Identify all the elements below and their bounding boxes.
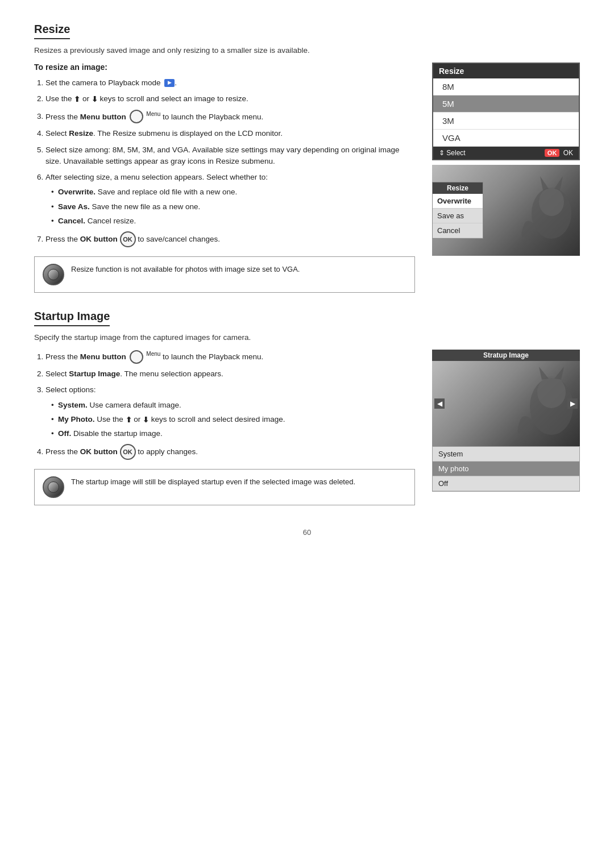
svg-marker-2: [540, 176, 549, 190]
resize-step-4: Select Resize. The Resize submenu is dis…: [45, 128, 415, 139]
resize-step-1: Set the camera to Playback mode .: [45, 77, 415, 89]
startup-image-panel: Stratup Image ◀ ▶ System My: [432, 350, 580, 492]
resize-bold-label: Resize: [69, 129, 93, 138]
startup-ok-button-label: OK button: [80, 447, 118, 456]
startup-content: Press the Menu button Menu to launch the…: [34, 350, 580, 505]
resize-bullet-overwrite: Overwrite. Save and replace old file wit…: [51, 186, 415, 198]
startup-note-text: The startup image will still be displaye…: [71, 476, 355, 488]
resize-menu-footer: ⇕ Select OK OK: [433, 147, 579, 159]
startup-steps-list: Press the Menu button Menu to launch the…: [34, 350, 415, 460]
startup-step-2: Select Startup Image. The menu selection…: [45, 368, 415, 380]
startup-bullets: System. Use camera default image. My Pho…: [45, 400, 415, 440]
startup-instructions: Press the Menu button Menu to launch the…: [34, 350, 415, 505]
resize-overlay-cancel: Cancel: [433, 223, 483, 238]
resize-overlay-saveas: Save as: [433, 209, 483, 223]
startup-nav-arrows: ◀ ▶: [432, 398, 580, 409]
menu-button-label: Menu button: [80, 112, 126, 121]
note-lens-icon: [43, 264, 64, 285]
resize-menu-item-5m: 5M: [433, 95, 579, 113]
scroll-down-icon: ⬇: [92, 94, 98, 105]
startup-image-title: Startup Image: [34, 310, 110, 326]
startup-scroll-down-icon: ⬇: [143, 414, 149, 426]
resize-section: Resize Resizes a previously saved image …: [34, 23, 580, 293]
resize-menu-select-label: ⇕ Select: [439, 149, 466, 157]
startup-note-lens-icon: [43, 476, 64, 498]
resize-content: To resize an image: Set the camera to Pl…: [34, 63, 580, 293]
note-lens-inner: [48, 269, 59, 280]
startup-menu-myphoto: My photo: [433, 462, 579, 476]
resize-step-3: Press the Menu button Menu to launch the…: [45, 110, 415, 124]
startup-next-arrow[interactable]: ▶: [567, 398, 578, 409]
resize-step-7: Press the OK button OK to save/cancel ch…: [45, 231, 415, 247]
resize-menu-item-8m: 8M: [433, 78, 579, 95]
resize-bullet-cancel: Cancel. Cancel resize.: [51, 215, 415, 227]
resize-menu-item-3m: 3M: [433, 113, 579, 130]
resize-size-menu: Resize 8M 5M 3M VGA ⇕ Select OK OK: [432, 63, 580, 160]
resize-bullets: Overwrite. Save and replace old file wit…: [45, 186, 415, 227]
resize-note-box: Resize function is not available for pho…: [34, 256, 415, 293]
resize-camera-preview: Resize Overwrite Save as Cancel: [432, 165, 580, 256]
resize-description: Resizes a previously saved image and onl…: [34, 46, 580, 55]
startup-ok-button-icon: OK: [120, 444, 136, 460]
resize-title: Resize: [34, 23, 70, 39]
resize-overlay-container: Resize Overwrite Save as Cancel: [432, 165, 580, 256]
startup-note-box: The startup image will still be displaye…: [34, 469, 415, 505]
playback-mode-icon: [164, 79, 175, 87]
resize-overlay-overwrite: Overwrite: [433, 194, 483, 209]
startup-step-1: Press the Menu button Menu to launch the…: [45, 350, 415, 364]
resize-step-5: Select size among: 8M, 5M, 3M, and VGA. …: [45, 144, 415, 168]
ok-red-badge: OK: [545, 149, 560, 157]
ok-button-icon: OK: [120, 231, 136, 247]
scroll-up-icon: ⬆: [74, 94, 80, 105]
resize-step-6: After selecting size, a menu selection a…: [45, 172, 415, 227]
startup-camera-preview: ◀ ▶: [432, 361, 580, 446]
startup-bullet-myphoto: My Photo. Use the ⬆ or ⬇ keys to scroll …: [51, 414, 415, 425]
startup-step-3: Select options: System. Use camera defau…: [45, 384, 415, 439]
startup-overlay-menu: System My photo Off: [432, 446, 580, 492]
startup-bold-label: Startup Image: [69, 369, 120, 378]
menu-button-icon: [130, 110, 143, 123]
startup-menu-button-icon: [130, 350, 143, 364]
resize-bullet-saveas: Save As. Save the new file as a new one.: [51, 201, 415, 213]
page-number: 60: [34, 528, 580, 537]
cat-silhouette-icon: [506, 171, 574, 250]
svg-point-1: [539, 188, 564, 216]
startup-note-lens-inner: [48, 481, 59, 493]
resize-overlay-menu: Resize Overwrite Save as Cancel: [432, 182, 483, 239]
startup-step-4: Press the OK button OK to apply changes.: [45, 444, 415, 460]
resize-note-text: Resize function is not available for pho…: [71, 264, 300, 275]
startup-image-description: Specify the startup image from the captu…: [34, 333, 580, 342]
svg-marker-6: [539, 367, 549, 380]
ok-button-label: OK button: [80, 235, 118, 243]
resize-subsection-title: To resize an image:: [34, 63, 415, 72]
startup-image-header: Stratup Image: [432, 350, 580, 361]
resize-ui-panel: Resize 8M 5M 3M VGA ⇕ Select OK OK: [432, 63, 580, 256]
resize-steps-list: Set the camera to Playback mode . Use th…: [34, 77, 415, 247]
startup-menu-system: System: [433, 447, 579, 462]
svg-marker-7: [554, 367, 564, 380]
startup-menu-off: Off: [433, 476, 579, 491]
startup-menu-button-label: Menu button: [80, 352, 126, 361]
startup-image-section: Startup Image Specify the startup image …: [34, 310, 580, 505]
resize-menu-ok-label: OK OK: [545, 149, 573, 157]
resize-menu-header: Resize: [433, 64, 579, 78]
resize-instructions: To resize an image: Set the camera to Pl…: [34, 63, 415, 293]
svg-marker-3: [554, 176, 563, 190]
startup-scroll-up-icon: ⬆: [126, 414, 132, 426]
startup-prev-arrow[interactable]: ◀: [434, 398, 445, 409]
resize-menu-item-vga: VGA: [433, 130, 579, 147]
resize-overlay-header: Resize: [433, 182, 483, 194]
startup-bullet-off: Off. Disable the startup image.: [51, 428, 415, 439]
startup-bullet-system: System. Use camera default image.: [51, 400, 415, 411]
resize-step-2: Use the ⬆ or ⬇ keys to scroll and select…: [45, 93, 415, 105]
